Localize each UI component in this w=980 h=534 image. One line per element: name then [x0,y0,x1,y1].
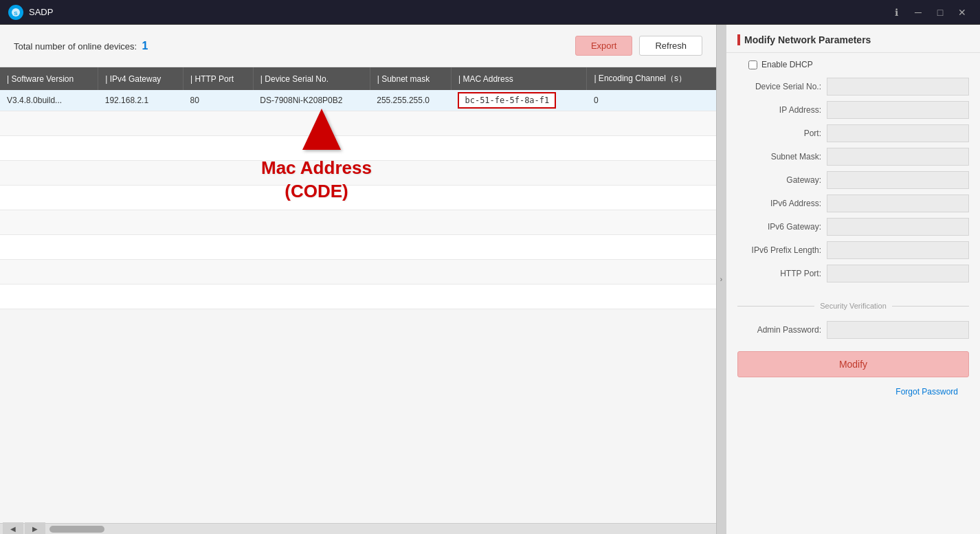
device-serial-input[interactable] [827,78,969,96]
panel-title-text: Modify Network Parameters [744,34,871,45]
cell-ipv4-gateway: 192.168.2.1 [98,90,183,111]
main-container: Total number of online devices: 1 Export… [0,25,980,534]
security-verification-label: Security Verification [814,302,892,310]
scroll-thumb[interactable] [49,526,104,533]
ipv6-address-row: IPv6 Address: [737,194,969,212]
subnet-mask-label: Subnet Mask: [737,152,827,162]
admin-password-label: Admin Password: [737,325,827,335]
ipv6-gateway-input[interactable] [827,218,969,236]
cell-http-port: 80 [183,90,254,111]
table-row[interactable] [0,186,716,210]
http-port-input[interactable] [827,265,969,282]
forgot-password-link[interactable]: Forgot Password [884,381,969,402]
ip-address-label: IP Address: [737,105,827,115]
table-row[interactable]: V3.4.8.0build... 192.168.2.1 80 DS-7908N… [0,90,716,111]
col-ipv4-gateway: | IPv4 Gateway [98,67,183,90]
device-count-label: Total number of online devices: [14,41,137,52]
title-bar: S SADP ℹ ─ □ ✕ [0,0,980,25]
col-mac-address: | MAC Address [451,67,586,90]
table-row[interactable] [0,260,716,285]
ip-address-input[interactable] [827,101,969,119]
col-subnet-mask: | Subnet mask [370,67,451,90]
left-panel: Total number of online devices: 1 Export… [0,25,716,534]
title-bar-left: S SADP [8,5,53,20]
maximize-button[interactable]: □ [931,3,950,22]
forgot-password-area: Forgot Password [726,384,980,403]
top-bar: Total number of online devices: 1 Export… [0,25,716,67]
svg-text:S: S [14,10,18,16]
ipv6-gateway-label: IPv6 Gateway: [737,222,827,232]
subnet-mask-input[interactable] [827,148,969,166]
title-accent-bar [737,34,740,45]
modify-button[interactable]: Modify [737,351,969,377]
divider-line-left [737,306,814,307]
admin-password-input[interactable] [827,321,969,339]
gateway-row: Gateway: [737,171,969,189]
panel-collapse-handle[interactable]: › [716,25,726,534]
port-row: Port: [737,124,969,142]
panel-title: Modify Network Parameters [726,25,980,53]
cell-subnet-mask: 255.255.255.0 [370,90,451,111]
admin-password-section: Admin Password: Modify [726,317,980,384]
table-row[interactable] [0,235,716,260]
col-encoding-channel: | Encoding Channel（s） [587,67,716,90]
subnet-mask-row: Subnet Mask: [737,148,969,166]
device-count-number: 1 [142,40,148,52]
device-serial-label: Device Serial No.: [737,82,827,91]
http-port-label: HTTP Port: [737,269,827,278]
horizontal-scrollbar[interactable]: ◀ ▶ [0,523,716,534]
admin-password-row: Admin Password: [737,321,969,339]
ip-address-row: IP Address: [737,101,969,119]
table-row[interactable] [0,136,716,161]
scroll-left-button[interactable]: ◀ [3,522,23,535]
app-logo: S [8,5,23,20]
ipv6-gateway-row: IPv6 Gateway: [737,218,969,236]
ipv6-address-label: IPv6 Address: [737,199,827,208]
ipv6-address-input[interactable] [827,194,969,212]
app-title: SADP [29,7,53,17]
ipv6-prefix-row: IPv6 Prefix Length: [737,241,969,259]
gateway-label: Gateway: [737,175,827,185]
ipv6-prefix-label: IPv6 Prefix Length: [737,245,827,255]
cell-mac-address: bc-51-fe-5f-8a-f1 [451,90,586,111]
info-button[interactable]: ℹ [887,3,906,22]
col-http-port: | HTTP Port [183,67,254,90]
dhcp-checkbox[interactable] [748,60,757,69]
cell-software-version: V3.4.8.0build... [0,90,98,111]
table-header-row: | Software Version | IPv4 Gateway | HTTP… [0,67,716,90]
dhcp-label: Enable DHCP [761,60,813,69]
cell-encoding-channel: 0 [587,90,716,111]
device-serial-row: Device Serial No.: [737,78,969,96]
table-row[interactable] [0,161,716,186]
http-port-row: HTTP Port: [737,265,969,282]
close-button[interactable]: ✕ [953,3,972,22]
table-row[interactable] [0,285,716,309]
right-panel: Modify Network Parameters Enable DHCP De… [726,25,980,534]
cell-device-serial: DS-7908Ni-K208P0B2 [253,90,370,111]
device-table-container: | Software Version | IPv4 Gateway | HTTP… [0,67,716,523]
divider-line-right [892,306,969,307]
ipv6-prefix-input[interactable] [827,241,969,259]
table-row[interactable] [0,210,716,235]
chevron-right-icon: › [720,276,722,283]
col-device-serial: | Device Serial No. [253,67,370,90]
export-button[interactable]: Export [575,36,633,56]
table-row[interactable] [0,111,716,136]
dhcp-row: Enable DHCP [737,60,969,69]
port-label: Port: [737,129,827,138]
gateway-input[interactable] [827,171,969,189]
port-input[interactable] [827,124,969,142]
network-params-form: Enable DHCP Device Serial No.: IP Addres… [726,53,980,295]
device-table: | Software Version | IPv4 Gateway | HTTP… [0,67,716,309]
device-count-area: Total number of online devices: 1 [14,40,148,52]
col-software-version: | Software Version [0,67,98,90]
refresh-button[interactable]: Refresh [639,36,702,56]
top-bar-buttons: Export Refresh [575,36,702,56]
window-controls: ℹ ─ □ ✕ [887,3,972,22]
minimize-button[interactable]: ─ [909,3,928,22]
security-divider: Security Verification [737,302,969,310]
scroll-right-button[interactable]: ▶ [25,522,45,535]
